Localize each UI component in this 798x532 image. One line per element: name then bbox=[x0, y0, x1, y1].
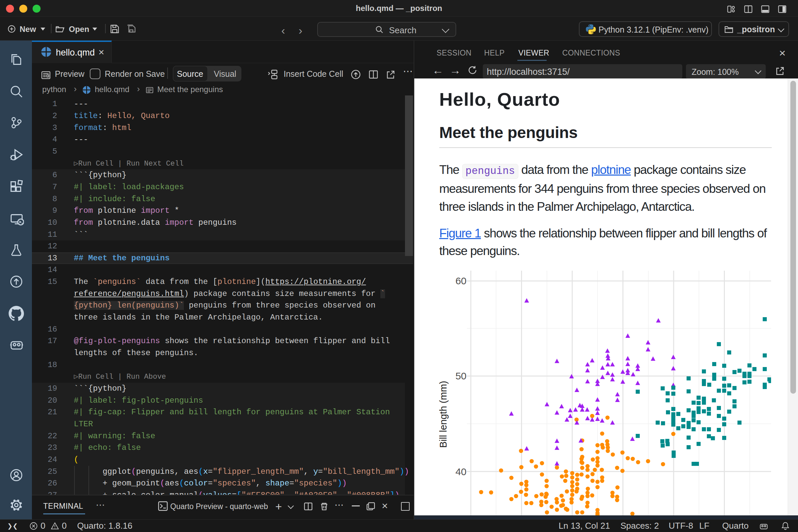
svg-text:60: 60 bbox=[456, 275, 467, 286]
svg-text:50: 50 bbox=[456, 370, 467, 381]
svg-text:Bill length (mm): Bill length (mm) bbox=[438, 381, 449, 448]
svg-text:40: 40 bbox=[456, 466, 467, 477]
